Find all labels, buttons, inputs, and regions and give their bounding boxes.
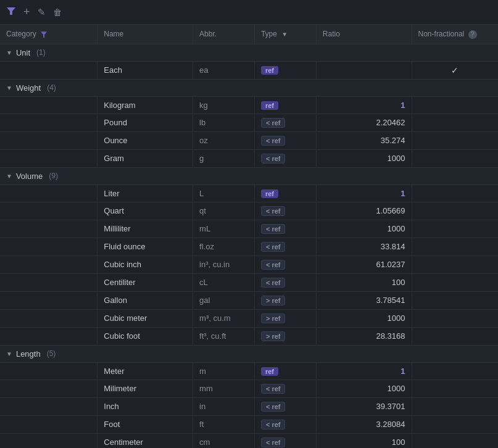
edit-icon[interactable]: ✎ [38,7,46,18]
cell-abbr: oz [193,131,255,149]
cell-type: < ref [254,131,316,149]
toolbar: + ✎ 🗑 [0,0,498,25]
table-row[interactable]: Milliliter mL < ref 1000 [0,220,498,238]
table-row[interactable]: Pound lb < ref 2.20462 [0,114,498,131]
group-chevron-volume[interactable]: ▼ [6,173,12,180]
ratio-value: 39.3701 [376,402,405,411]
cell-type: > ref [254,327,316,345]
type-badge-lt-ref: < ref [261,118,286,128]
group-chevron-length[interactable]: ▼ [6,351,12,357]
cell-name: Gram [98,149,193,167]
cell-abbr: fl.oz [193,238,255,255]
type-badge-lt-ref: < ref [261,224,286,234]
table-row[interactable]: Milimeter mm < ref 1000 [0,380,498,397]
cell-type: > ref [254,309,316,327]
group-row-length[interactable]: ▼ Length (5) [0,345,498,362]
ratio-value: 100 [392,278,405,287]
cell-category [0,397,98,415]
cell-category [0,96,98,114]
type-sort-icon[interactable]: ▼ [281,31,288,38]
table-row[interactable]: Quart qt < ref 1.05669 [0,202,498,220]
table-row[interactable]: Centiliter cL < ref 100 [0,273,498,291]
group-chevron-unit[interactable]: ▼ [6,49,12,56]
group-cell-volume[interactable]: ▼ Volume (9) [0,167,498,185]
table-row[interactable]: Cubic foot ft³, cu.ft > ref 28.3168 [0,327,498,345]
table-row[interactable]: Ounce oz < ref 35.274 [0,131,498,149]
table-row[interactable]: Kilogram kg ref 1 [0,96,498,114]
ratio-value: 28.3168 [376,331,405,341]
table-row[interactable]: Liter L ref 1 [0,185,498,202]
cell-name: Milimeter [98,380,193,397]
cell-abbr: gal [193,291,255,309]
group-cell-weight[interactable]: ▼ Weight (4) [0,79,498,96]
ratio-value: 1 [400,189,405,198]
cell-type: > ref [254,291,316,309]
cell-name: Cubic foot [98,327,193,345]
cell-nonfrac [412,362,498,380]
group-row-unit[interactable]: ▼ Unit (1) [0,44,498,61]
cell-type: ref [254,61,316,79]
ratio-value: 3.28084 [376,420,405,429]
group-row-weight[interactable]: ▼ Weight (4) [0,79,498,96]
cell-abbr: m [193,362,255,380]
table-row[interactable]: Centimeter cm < ref 100 [0,433,498,448]
group-name-length: Length [16,349,41,359]
cell-ratio: 28.3168 [316,327,412,345]
type-badge-gt-ref: > ref [261,313,286,323]
category-filter-icon[interactable] [41,31,47,38]
cell-ratio: 1 [316,185,412,202]
group-name-unit: Unit [16,48,30,57]
ratio-value: 1 [400,101,405,110]
group-cell-length[interactable]: ▼ Length (5) [0,345,498,362]
table-row[interactable]: Each ea ref ✓ [0,61,498,79]
cell-category [0,149,98,167]
type-badge-gt-ref: > ref [261,296,286,305]
table-row[interactable]: Cubic inch in³, cu.in < ref 61.0237 [0,255,498,273]
table-row[interactable]: Inch in < ref 39.3701 [0,397,498,415]
cell-ratio: 3.78541 [316,291,412,309]
type-badge-lt-ref: < ref [261,438,286,447]
cell-category [0,380,98,397]
table-row[interactable]: Meter m ref 1 [0,362,498,380]
cell-ratio: 61.0237 [316,255,412,273]
cell-name: Milliliter [98,220,193,238]
ratio-value: 1.05669 [376,206,405,215]
cell-type: < ref [254,255,316,273]
cell-category [0,220,98,238]
table-container: Category Name Abbr. Type ▼ Ratio Non-fr [0,25,498,448]
cell-abbr: mL [193,220,255,238]
group-row-volume[interactable]: ▼ Volume (9) [0,167,498,185]
cell-name: Quart [98,202,193,220]
type-badge-lt-ref: < ref [261,154,286,164]
svg-marker-0 [7,7,15,15]
cell-nonfrac [412,149,498,167]
table-row[interactable]: Gram g < ref 1000 [0,149,498,167]
delete-icon[interactable]: 🗑 [53,7,62,17]
table-row[interactable]: Fluid ounce fl.oz < ref 33.814 [0,238,498,255]
filter-icon[interactable] [6,6,16,18]
cell-abbr: cL [193,273,255,291]
type-badge-lt-ref: < ref [261,420,286,429]
cell-category [0,202,98,220]
cell-name: Centiliter [98,273,193,291]
type-badge-lt-ref: < ref [261,384,286,394]
type-badge-ref: ref [261,66,278,75]
cell-type: < ref [254,114,316,131]
cell-nonfrac [412,96,498,114]
cell-nonfrac [412,220,498,238]
group-chevron-weight[interactable]: ▼ [6,85,12,91]
cell-category [0,131,98,149]
cell-ratio: 33.814 [316,238,412,255]
col-header-category[interactable]: Category [0,25,98,44]
cell-nonfrac: ✓ [412,61,498,79]
table-row[interactable]: Gallon gal > ref 3.78541 [0,291,498,309]
table-row[interactable]: Cubic meter m³, cu.m > ref 1000 [0,309,498,327]
add-icon[interactable]: + [23,6,30,19]
cell-ratio: 1 [316,362,412,380]
cell-type: < ref [254,380,316,397]
col-header-type[interactable]: Type ▼ [254,25,316,44]
cell-nonfrac [412,380,498,397]
nonfrac-help-icon[interactable]: ? [468,30,477,39]
table-row[interactable]: Foot ft < ref 3.28084 [0,415,498,433]
group-cell-unit[interactable]: ▼ Unit (1) [0,44,498,61]
